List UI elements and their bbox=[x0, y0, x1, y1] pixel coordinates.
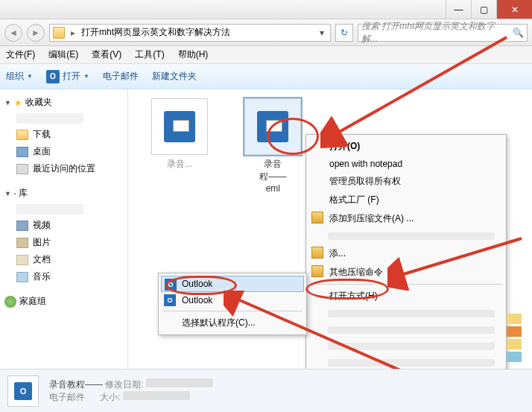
sidebar-homegroup[interactable]: 家庭组 bbox=[0, 293, 127, 310]
sidebar-item-music[interactable]: 音乐 bbox=[0, 268, 127, 285]
folder-icon bbox=[53, 27, 65, 39]
minimize-button[interactable]: — bbox=[446, 0, 471, 19]
recent-icon bbox=[16, 164, 28, 174]
sidebar-item-video[interactable]: 视频 bbox=[0, 217, 127, 234]
library-icon bbox=[14, 193, 16, 194]
email-button[interactable]: 电子邮件 bbox=[103, 70, 139, 83]
desktop-icon bbox=[16, 147, 28, 157]
folder-icon bbox=[16, 130, 28, 140]
dropdown-icon[interactable]: ▾ bbox=[317, 28, 327, 38]
video-icon bbox=[16, 221, 28, 231]
sidebar-item-pictures[interactable]: 图片 bbox=[0, 234, 127, 251]
sidebar-item-downloads[interactable]: 下载 bbox=[0, 126, 127, 143]
submenu-outlook1[interactable]: OOutlook bbox=[161, 276, 304, 292]
ctx-otherzip[interactable]: 其他压缩命令 bbox=[308, 263, 504, 282]
sidebar-item-blur2[interactable] bbox=[0, 202, 127, 217]
submenu-outlook2[interactable]: OOutlook bbox=[161, 292, 304, 308]
new-folder-button[interactable]: 新建文件夹 bbox=[152, 70, 197, 83]
status-size bbox=[123, 391, 190, 400]
sidebar: ▼★收藏夹 下载 桌面 最近访问的位置 ▼库 视频 图片 文档 音乐 家庭组 bbox=[0, 89, 128, 390]
menu-tools[interactable]: 工具(T) bbox=[135, 48, 164, 61]
sidebar-item-documents[interactable]: 文档 bbox=[0, 251, 127, 268]
ctx-admin[interactable]: 管理员取得所有权 bbox=[308, 172, 504, 191]
separator bbox=[162, 311, 303, 311]
address-bar[interactable]: ▸ 打开mht网页显示英文和数字解决方法 ▾ bbox=[49, 24, 331, 42]
window-titlebar: — ▢ ✕ bbox=[0, 0, 532, 19]
homegroup-icon bbox=[4, 296, 16, 308]
outlook-file-icon: O bbox=[257, 111, 288, 142]
ctx-blur1[interactable] bbox=[308, 228, 504, 244]
forward-button[interactable]: ► bbox=[27, 24, 45, 42]
ctx-openwith[interactable]: 打开方式(H) bbox=[308, 287, 504, 305]
refresh-button[interactable]: ↻ bbox=[335, 24, 353, 42]
status-title: 录音教程—— bbox=[49, 379, 103, 390]
nav-bar: ◄ ► ▸ 打开mht网页显示英文和数字解决方法 ▾ ↻ 搜索 打开mht网页显… bbox=[0, 19, 532, 46]
menu-view[interactable]: 查看(V) bbox=[92, 48, 121, 61]
menu-edit[interactable]: 编辑(E) bbox=[48, 48, 78, 61]
menu-help[interactable]: 帮助(H) bbox=[178, 48, 209, 61]
open-button[interactable]: O 打开▼ bbox=[46, 70, 89, 83]
toolbar: 组织▼ O 打开▼ 电子邮件 新建文件夹 bbox=[0, 64, 532, 89]
zip-icon bbox=[311, 265, 323, 277]
context-menu: 打开(O) open with notepad 管理员取得所有权 格式工厂 (F… bbox=[305, 134, 507, 390]
chevron-icon: ▸ bbox=[69, 28, 77, 38]
sidebar-item-desktop[interactable]: 桌面 bbox=[0, 143, 127, 160]
status-thumbnail: O bbox=[7, 375, 39, 407]
organize-button[interactable]: 组织▼ bbox=[6, 70, 33, 83]
ctx-format[interactable]: 格式工厂 (F) bbox=[308, 191, 504, 209]
submenu-default[interactable]: 选择默认程序(C)... bbox=[161, 314, 304, 332]
back-button[interactable]: ◄ bbox=[4, 24, 22, 42]
sidebar-item-recent[interactable]: 最近访问的位置 bbox=[0, 160, 127, 177]
ctx-open[interactable]: 打开(O) bbox=[308, 137, 504, 156]
menu-bar: 文件(F) 编辑(E) 查看(V) 工具(T) 帮助(H) bbox=[0, 46, 532, 64]
image-icon bbox=[16, 238, 28, 248]
outlook-icon: O bbox=[46, 70, 60, 83]
star-icon: ★ bbox=[14, 98, 22, 108]
status-type: 电子邮件 bbox=[49, 392, 85, 402]
address-path: 打开mht网页显示英文和数字解决方法 bbox=[81, 26, 312, 39]
file-item-2[interactable]: O 录音程——eml bbox=[232, 98, 314, 194]
file-item-1[interactable]: O 录音... bbox=[139, 98, 221, 171]
openwith-submenu: OOutlook OOutlook 选择默认程序(C)... bbox=[158, 273, 307, 335]
search-input[interactable]: 搜索 打开mht网页显示英文和数字解... 🔍 bbox=[358, 24, 528, 42]
outlook-icon: O bbox=[165, 279, 177, 291]
ctx-add[interactable]: 添... bbox=[308, 244, 504, 263]
outlook-icon: O bbox=[164, 294, 176, 306]
document-icon bbox=[16, 255, 28, 265]
ctx-blur3[interactable] bbox=[308, 322, 504, 338]
sidebar-favorites[interactable]: ▼★收藏夹 bbox=[0, 94, 127, 111]
sidebar-item-blur[interactable] bbox=[0, 111, 127, 126]
menu-file[interactable]: 文件(F) bbox=[6, 48, 35, 61]
status-bar: O 录音教程—— 修改日期: 电子邮件 大小: bbox=[0, 369, 532, 412]
separator bbox=[310, 284, 502, 285]
ctx-addzip[interactable]: 添加到压缩文件(A) ... bbox=[308, 209, 504, 228]
music-icon bbox=[16, 272, 28, 282]
maximize-button[interactable]: ▢ bbox=[471, 0, 496, 19]
ctx-blur2[interactable] bbox=[308, 305, 504, 322]
outlook-file-icon: O bbox=[164, 111, 195, 142]
search-icon: 🔍 bbox=[513, 28, 524, 38]
color-artifact bbox=[507, 314, 522, 364]
search-placeholder: 搜索 打开mht网页显示英文和数字解... bbox=[361, 20, 510, 45]
zip-icon bbox=[311, 247, 323, 259]
ctx-blur4[interactable] bbox=[308, 338, 504, 355]
close-button[interactable]: ✕ bbox=[496, 0, 532, 19]
sidebar-library[interactable]: ▼库 bbox=[0, 185, 127, 202]
zip-icon bbox=[311, 212, 323, 224]
ctx-notepad[interactable]: open with notepad bbox=[308, 156, 504, 172]
status-date bbox=[146, 378, 213, 387]
